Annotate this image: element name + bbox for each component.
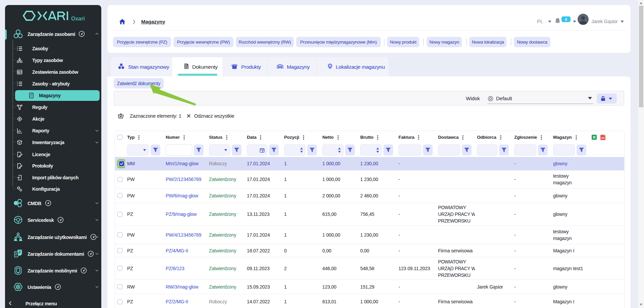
svg-text:PDF: PDF xyxy=(601,137,605,139)
